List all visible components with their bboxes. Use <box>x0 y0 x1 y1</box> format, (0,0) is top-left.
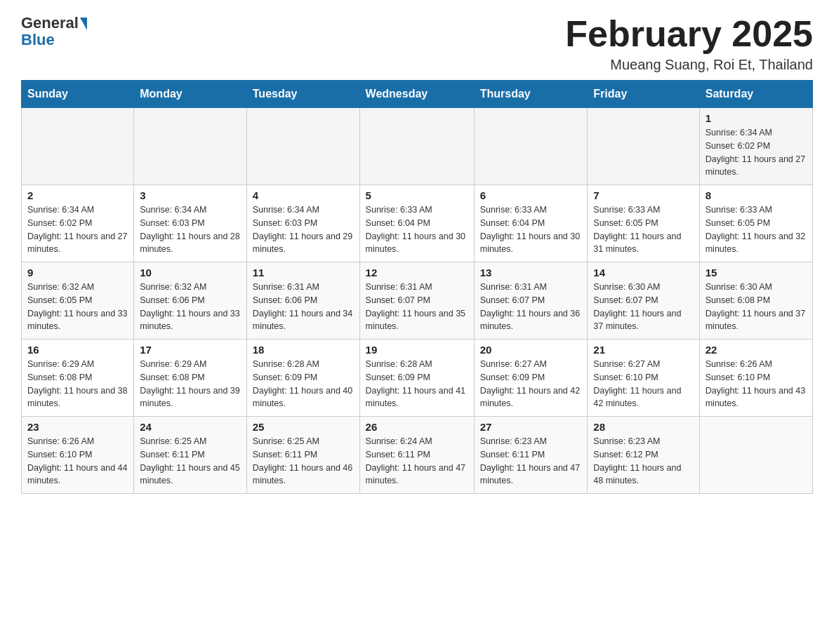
day-number: 9 <box>27 267 128 279</box>
table-row: 19Sunrise: 6:28 AM Sunset: 6:09 PM Dayli… <box>359 340 474 417</box>
table-row: 16Sunrise: 6:29 AM Sunset: 6:08 PM Dayli… <box>22 340 134 417</box>
table-row: 10Sunrise: 6:32 AM Sunset: 6:06 PM Dayli… <box>134 262 247 340</box>
day-info: Sunrise: 6:30 AM Sunset: 6:08 PM Dayligh… <box>706 281 807 333</box>
day-info: Sunrise: 6:25 AM Sunset: 6:11 PM Dayligh… <box>140 435 241 488</box>
title-block: February 2025 Mueang Suang, Roi Et, Thai… <box>565 14 813 73</box>
table-row: 27Sunrise: 6:23 AM Sunset: 6:11 PM Dayli… <box>474 417 588 494</box>
day-info: Sunrise: 6:31 AM Sunset: 6:07 PM Dayligh… <box>366 281 468 333</box>
table-row <box>474 108 588 185</box>
table-row: 13Sunrise: 6:31 AM Sunset: 6:07 PM Dayli… <box>474 262 588 340</box>
table-row <box>588 108 699 185</box>
location: Mueang Suang, Roi Et, Thailand <box>565 57 813 73</box>
logo-arrow-icon <box>80 18 87 30</box>
day-number: 13 <box>480 267 582 279</box>
day-info: Sunrise: 6:26 AM Sunset: 6:10 PM Dayligh… <box>27 435 128 488</box>
day-number: 22 <box>706 344 807 356</box>
header-tuesday: Tuesday <box>246 81 359 108</box>
table-row <box>134 108 247 185</box>
day-info: Sunrise: 6:34 AM Sunset: 6:03 PM Dayligh… <box>253 203 354 256</box>
day-number: 23 <box>27 421 128 433</box>
day-info: Sunrise: 6:32 AM Sunset: 6:05 PM Dayligh… <box>27 281 128 333</box>
table-row: 24Sunrise: 6:25 AM Sunset: 6:11 PM Dayli… <box>134 417 247 494</box>
day-number: 26 <box>366 421 468 433</box>
table-row: 20Sunrise: 6:27 AM Sunset: 6:09 PM Dayli… <box>474 340 588 417</box>
day-number: 19 <box>366 344 468 356</box>
table-row: 8Sunrise: 6:33 AM Sunset: 6:05 PM Daylig… <box>699 185 812 262</box>
table-row: 25Sunrise: 6:25 AM Sunset: 6:11 PM Dayli… <box>246 417 359 494</box>
table-row: 2Sunrise: 6:34 AM Sunset: 6:02 PM Daylig… <box>22 185 134 262</box>
table-row: 7Sunrise: 6:33 AM Sunset: 6:05 PM Daylig… <box>588 185 699 262</box>
header: General Blue February 2025 Mueang Suang,… <box>21 14 813 73</box>
day-info: Sunrise: 6:29 AM Sunset: 6:08 PM Dayligh… <box>140 358 241 410</box>
header-thursday: Thursday <box>474 81 588 108</box>
logo-general-text: General <box>21 14 79 32</box>
table-row: 22Sunrise: 6:26 AM Sunset: 6:10 PM Dayli… <box>699 340 812 417</box>
header-friday: Friday <box>588 81 699 108</box>
table-row: 26Sunrise: 6:24 AM Sunset: 6:11 PM Dayli… <box>359 417 474 494</box>
table-row <box>22 108 134 185</box>
day-number: 7 <box>593 189 693 201</box>
day-number: 18 <box>253 344 354 356</box>
month-title: February 2025 <box>565 14 813 54</box>
day-number: 4 <box>253 189 354 201</box>
header-monday: Monday <box>134 81 247 108</box>
table-row: 18Sunrise: 6:28 AM Sunset: 6:09 PM Dayli… <box>246 340 359 417</box>
day-info: Sunrise: 6:30 AM Sunset: 6:07 PM Dayligh… <box>593 281 693 333</box>
day-info: Sunrise: 6:34 AM Sunset: 6:03 PM Dayligh… <box>140 203 241 256</box>
day-info: Sunrise: 6:34 AM Sunset: 6:02 PM Dayligh… <box>706 126 807 179</box>
calendar-week-row: 9Sunrise: 6:32 AM Sunset: 6:05 PM Daylig… <box>22 262 813 340</box>
day-number: 17 <box>140 344 241 356</box>
day-info: Sunrise: 6:28 AM Sunset: 6:09 PM Dayligh… <box>253 358 354 410</box>
day-number: 11 <box>253 267 354 279</box>
table-row: 5Sunrise: 6:33 AM Sunset: 6:04 PM Daylig… <box>359 185 474 262</box>
day-number: 6 <box>480 189 582 201</box>
table-row <box>699 417 812 494</box>
day-info: Sunrise: 6:23 AM Sunset: 6:12 PM Dayligh… <box>593 435 693 488</box>
day-number: 20 <box>480 344 582 356</box>
weekday-header-row: Sunday Monday Tuesday Wednesday Thursday… <box>22 81 813 108</box>
table-row: 28Sunrise: 6:23 AM Sunset: 6:12 PM Dayli… <box>588 417 699 494</box>
page: General Blue February 2025 Mueang Suang,… <box>0 0 834 515</box>
table-row <box>246 108 359 185</box>
day-number: 10 <box>140 267 241 279</box>
day-number: 21 <box>593 344 693 356</box>
table-row: 6Sunrise: 6:33 AM Sunset: 6:04 PM Daylig… <box>474 185 588 262</box>
calendar-week-row: 23Sunrise: 6:26 AM Sunset: 6:10 PM Dayli… <box>22 417 813 494</box>
logo: General Blue <box>21 14 87 49</box>
day-info: Sunrise: 6:34 AM Sunset: 6:02 PM Dayligh… <box>27 203 128 256</box>
calendar-week-row: 1Sunrise: 6:34 AM Sunset: 6:02 PM Daylig… <box>22 108 813 185</box>
table-row: 3Sunrise: 6:34 AM Sunset: 6:03 PM Daylig… <box>134 185 247 262</box>
logo-blue-text: Blue <box>21 31 55 49</box>
day-number: 2 <box>27 189 128 201</box>
day-info: Sunrise: 6:27 AM Sunset: 6:09 PM Dayligh… <box>480 358 582 410</box>
table-row: 1Sunrise: 6:34 AM Sunset: 6:02 PM Daylig… <box>699 108 812 185</box>
day-info: Sunrise: 6:31 AM Sunset: 6:07 PM Dayligh… <box>480 281 582 333</box>
day-number: 16 <box>27 344 128 356</box>
table-row: 17Sunrise: 6:29 AM Sunset: 6:08 PM Dayli… <box>134 340 247 417</box>
day-info: Sunrise: 6:31 AM Sunset: 6:06 PM Dayligh… <box>253 281 354 333</box>
header-wednesday: Wednesday <box>359 81 474 108</box>
day-info: Sunrise: 6:33 AM Sunset: 6:05 PM Dayligh… <box>593 203 693 256</box>
day-info: Sunrise: 6:33 AM Sunset: 6:04 PM Dayligh… <box>366 203 468 256</box>
table-row: 4Sunrise: 6:34 AM Sunset: 6:03 PM Daylig… <box>246 185 359 262</box>
day-info: Sunrise: 6:25 AM Sunset: 6:11 PM Dayligh… <box>253 435 354 488</box>
header-saturday: Saturday <box>699 81 812 108</box>
day-info: Sunrise: 6:26 AM Sunset: 6:10 PM Dayligh… <box>706 358 807 410</box>
day-info: Sunrise: 6:28 AM Sunset: 6:09 PM Dayligh… <box>366 358 468 410</box>
day-info: Sunrise: 6:33 AM Sunset: 6:05 PM Dayligh… <box>706 203 807 256</box>
calendar-week-row: 2Sunrise: 6:34 AM Sunset: 6:02 PM Daylig… <box>22 185 813 262</box>
day-number: 3 <box>140 189 241 201</box>
header-sunday: Sunday <box>22 81 134 108</box>
day-number: 27 <box>480 421 582 433</box>
day-info: Sunrise: 6:23 AM Sunset: 6:11 PM Dayligh… <box>480 435 582 488</box>
day-info: Sunrise: 6:27 AM Sunset: 6:10 PM Dayligh… <box>593 358 693 410</box>
day-number: 5 <box>366 189 468 201</box>
day-number: 24 <box>140 421 241 433</box>
table-row <box>359 108 474 185</box>
table-row: 23Sunrise: 6:26 AM Sunset: 6:10 PM Dayli… <box>22 417 134 494</box>
day-number: 8 <box>706 189 807 201</box>
day-info: Sunrise: 6:33 AM Sunset: 6:04 PM Dayligh… <box>480 203 582 256</box>
day-info: Sunrise: 6:29 AM Sunset: 6:08 PM Dayligh… <box>27 358 128 410</box>
day-number: 25 <box>253 421 354 433</box>
table-row: 12Sunrise: 6:31 AM Sunset: 6:07 PM Dayli… <box>359 262 474 340</box>
